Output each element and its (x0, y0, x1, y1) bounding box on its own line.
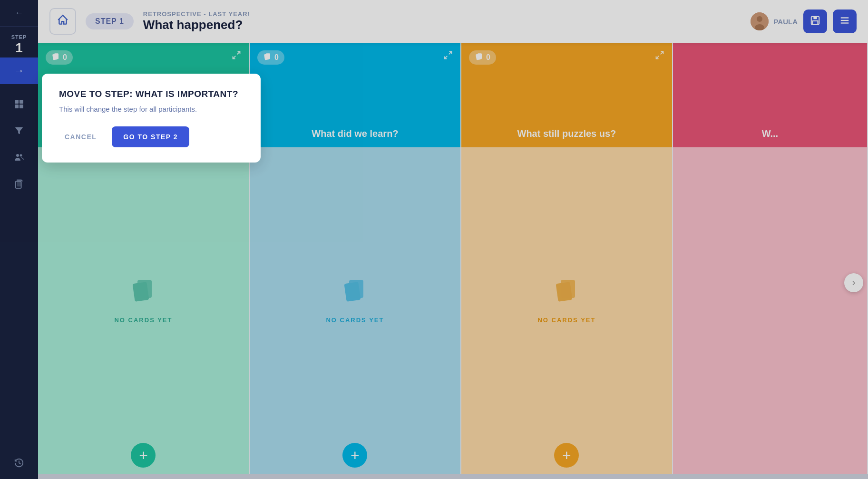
modal-confirm-button[interactable]: GO TO STEP 2 (112, 126, 189, 147)
modal-dialog: MOVE TO STEP: WHAT IS IMPORTANT? This wi… (42, 74, 261, 163)
modal-cancel-button[interactable]: CANCEL (59, 128, 102, 145)
modal-actions: CANCEL GO TO STEP 2 (59, 126, 244, 147)
modal-overlay: MOVE TO STEP: WHAT IS IMPORTANT? This wi… (0, 0, 868, 479)
modal-description: This will change the step for all partic… (59, 105, 244, 113)
modal-title: MOVE TO STEP: WHAT IS IMPORTANT? (59, 89, 244, 99)
